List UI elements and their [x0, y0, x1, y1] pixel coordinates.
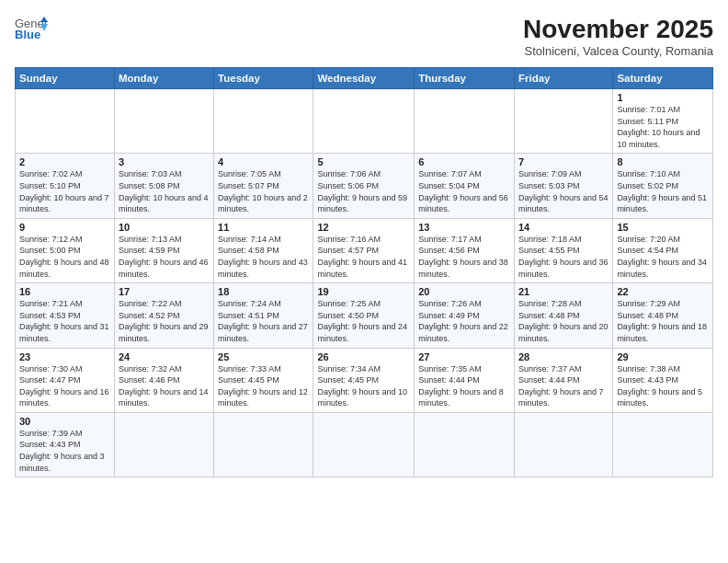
calendar-cell: 23Sunrise: 7:30 AMSunset: 4:47 PMDayligh… — [16, 348, 115, 412]
calendar-week-6: 30Sunrise: 7:39 AMSunset: 4:43 PMDayligh… — [16, 412, 713, 477]
calendar-cell — [16, 89, 115, 154]
calendar-week-2: 2Sunrise: 7:02 AMSunset: 5:10 PMDaylight… — [16, 154, 713, 218]
day-info: Sunrise: 7:07 AMSunset: 5:04 PMDaylight:… — [418, 168, 510, 214]
day-number: 29 — [617, 351, 709, 362]
calendar-cell: 29Sunrise: 7:38 AMSunset: 4:43 PMDayligh… — [613, 348, 713, 412]
calendar-week-5: 23Sunrise: 7:30 AMSunset: 4:47 PMDayligh… — [16, 348, 713, 412]
calendar-cell: 8Sunrise: 7:10 AMSunset: 5:02 PMDaylight… — [613, 154, 713, 218]
calendar-week-3: 9Sunrise: 7:12 AMSunset: 5:00 PMDaylight… — [16, 218, 713, 282]
day-number: 28 — [518, 351, 609, 362]
day-info: Sunrise: 7:25 AMSunset: 4:50 PMDaylight:… — [317, 298, 410, 344]
calendar-table: Sunday Monday Tuesday Wednesday Thursday… — [15, 67, 713, 477]
calendar-cell — [114, 89, 213, 154]
day-number: 20 — [418, 286, 510, 297]
calendar-cell: 24Sunrise: 7:32 AMSunset: 4:46 PMDayligh… — [114, 348, 213, 412]
day-number: 3 — [119, 156, 210, 167]
day-number: 12 — [317, 222, 410, 233]
day-number: 13 — [418, 222, 510, 233]
calendar-cell: 1Sunrise: 7:01 AMSunset: 5:11 PMDaylight… — [613, 89, 713, 154]
day-info: Sunrise: 7:10 AMSunset: 5:02 PMDaylight:… — [617, 168, 709, 214]
day-info: Sunrise: 7:12 AMSunset: 5:00 PMDaylight:… — [19, 234, 110, 280]
day-number: 7 — [518, 156, 609, 167]
day-info: Sunrise: 7:09 AMSunset: 5:03 PMDaylight:… — [518, 168, 609, 214]
day-number: 1 — [617, 92, 709, 103]
day-number: 27 — [418, 351, 510, 362]
calendar-cell — [214, 412, 313, 477]
day-number: 17 — [119, 286, 210, 297]
day-info: Sunrise: 7:13 AMSunset: 4:59 PMDaylight:… — [119, 234, 210, 280]
calendar-cell: 21Sunrise: 7:28 AMSunset: 4:48 PMDayligh… — [514, 283, 612, 348]
day-number: 15 — [617, 222, 709, 233]
calendar-cell: 3Sunrise: 7:03 AMSunset: 5:08 PMDaylight… — [114, 154, 213, 218]
col-friday: Friday — [514, 68, 612, 89]
calendar-cell: 16Sunrise: 7:21 AMSunset: 4:53 PMDayligh… — [16, 283, 115, 348]
day-number: 6 — [418, 156, 510, 167]
calendar-cell: 13Sunrise: 7:17 AMSunset: 4:56 PMDayligh… — [415, 218, 515, 282]
day-info: Sunrise: 7:37 AMSunset: 4:44 PMDaylight:… — [518, 363, 609, 409]
calendar-cell: 17Sunrise: 7:22 AMSunset: 4:52 PMDayligh… — [114, 283, 213, 348]
day-info: Sunrise: 7:24 AMSunset: 4:51 PMDaylight:… — [218, 298, 309, 344]
logo-icon: General Blue — [15, 15, 48, 44]
day-info: Sunrise: 7:21 AMSunset: 4:53 PMDaylight:… — [19, 298, 110, 344]
calendar-cell — [114, 412, 213, 477]
day-number: 5 — [317, 156, 410, 167]
day-number: 9 — [19, 222, 110, 233]
col-saturday: Saturday — [613, 68, 713, 89]
day-number: 2 — [19, 156, 110, 167]
calendar-cell: 15Sunrise: 7:20 AMSunset: 4:54 PMDayligh… — [613, 218, 713, 282]
calendar-cell: 20Sunrise: 7:26 AMSunset: 4:49 PMDayligh… — [415, 283, 515, 348]
day-number: 21 — [518, 286, 609, 297]
col-monday: Monday — [114, 68, 213, 89]
calendar-cell: 19Sunrise: 7:25 AMSunset: 4:50 PMDayligh… — [313, 283, 415, 348]
day-info: Sunrise: 7:14 AMSunset: 4:58 PMDaylight:… — [218, 234, 309, 280]
day-info: Sunrise: 7:18 AMSunset: 4:55 PMDaylight:… — [518, 234, 609, 280]
logo: General Blue — [15, 15, 48, 44]
calendar-cell: 9Sunrise: 7:12 AMSunset: 5:00 PMDaylight… — [16, 218, 115, 282]
header: General Blue November 2025 Stolniceni, V… — [15, 15, 713, 58]
calendar-cell: 14Sunrise: 7:18 AMSunset: 4:55 PMDayligh… — [514, 218, 612, 282]
calendar-cell: 6Sunrise: 7:07 AMSunset: 5:04 PMDaylight… — [415, 154, 515, 218]
calendar-cell: 12Sunrise: 7:16 AMSunset: 4:57 PMDayligh… — [313, 218, 415, 282]
calendar-cell — [613, 412, 713, 477]
month-title: November 2025 — [523, 15, 713, 44]
day-number: 4 — [218, 156, 309, 167]
col-tuesday: Tuesday — [214, 68, 313, 89]
calendar-cell: 2Sunrise: 7:02 AMSunset: 5:10 PMDaylight… — [16, 154, 115, 218]
day-info: Sunrise: 7:06 AMSunset: 5:06 PMDaylight:… — [317, 168, 410, 214]
col-sunday: Sunday — [16, 68, 115, 89]
col-thursday: Thursday — [415, 68, 515, 89]
day-number: 16 — [19, 286, 110, 297]
calendar-cell: 18Sunrise: 7:24 AMSunset: 4:51 PMDayligh… — [214, 283, 313, 348]
calendar-cell: 26Sunrise: 7:34 AMSunset: 4:45 PMDayligh… — [313, 348, 415, 412]
calendar-week-1: 1Sunrise: 7:01 AMSunset: 5:11 PMDaylight… — [16, 89, 713, 154]
day-info: Sunrise: 7:22 AMSunset: 4:52 PMDaylight:… — [119, 298, 210, 344]
title-block: November 2025 Stolniceni, Valcea County,… — [523, 15, 713, 58]
day-number: 24 — [119, 351, 210, 362]
calendar-cell: 22Sunrise: 7:29 AMSunset: 4:48 PMDayligh… — [613, 283, 713, 348]
day-info: Sunrise: 7:39 AMSunset: 4:43 PMDaylight:… — [19, 428, 110, 474]
svg-text:Blue: Blue — [15, 28, 40, 41]
calendar-cell — [313, 89, 415, 154]
calendar-cell: 11Sunrise: 7:14 AMSunset: 4:58 PMDayligh… — [214, 218, 313, 282]
day-number: 11 — [218, 222, 309, 233]
day-info: Sunrise: 7:35 AMSunset: 4:44 PMDaylight:… — [418, 363, 510, 409]
col-wednesday: Wednesday — [313, 68, 415, 89]
calendar-cell: 7Sunrise: 7:09 AMSunset: 5:03 PMDaylight… — [514, 154, 612, 218]
day-info: Sunrise: 7:02 AMSunset: 5:10 PMDaylight:… — [19, 168, 110, 214]
calendar-cell: 25Sunrise: 7:33 AMSunset: 4:45 PMDayligh… — [214, 348, 313, 412]
location-title: Stolniceni, Valcea County, Romania — [523, 44, 713, 58]
day-number: 23 — [19, 351, 110, 362]
day-info: Sunrise: 7:28 AMSunset: 4:48 PMDaylight:… — [518, 298, 609, 344]
day-info: Sunrise: 7:38 AMSunset: 4:43 PMDaylight:… — [617, 363, 709, 409]
calendar-cell — [214, 89, 313, 154]
day-number: 22 — [617, 286, 709, 297]
day-info: Sunrise: 7:17 AMSunset: 4:56 PMDaylight:… — [418, 234, 510, 280]
calendar-cell — [514, 412, 612, 477]
day-number: 14 — [518, 222, 609, 233]
calendar-cell: 27Sunrise: 7:35 AMSunset: 4:44 PMDayligh… — [415, 348, 515, 412]
day-number: 19 — [317, 286, 410, 297]
day-info: Sunrise: 7:33 AMSunset: 4:45 PMDaylight:… — [218, 363, 309, 409]
calendar-cell: 4Sunrise: 7:05 AMSunset: 5:07 PMDaylight… — [214, 154, 313, 218]
page: General Blue November 2025 Stolniceni, V… — [0, 0, 728, 563]
day-info: Sunrise: 7:26 AMSunset: 4:49 PMDaylight:… — [418, 298, 510, 344]
